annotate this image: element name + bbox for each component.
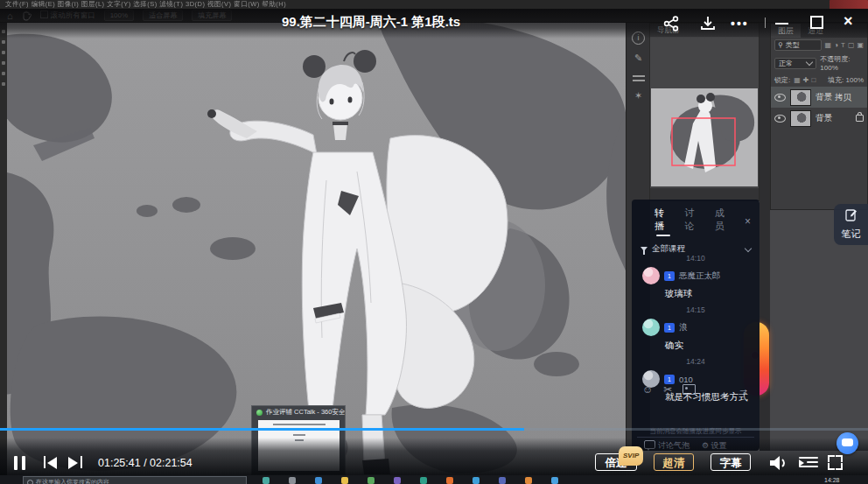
tab-relay[interactable]: 转播 bbox=[654, 207, 672, 236]
fill-control: 填充: 100% bbox=[828, 75, 864, 85]
divider bbox=[765, 18, 766, 28]
note-pencil-icon bbox=[844, 208, 858, 222]
subtitle-button[interactable]: 字幕 bbox=[710, 453, 751, 471]
taskbar-app-icon[interactable] bbox=[446, 477, 453, 484]
svip-badge: SVIP bbox=[619, 446, 643, 466]
layer-filter-icons: ▦◑T▢▣ bbox=[825, 41, 864, 49]
taskbar-app-icon[interactable] bbox=[315, 477, 322, 484]
visibility-eye-icon bbox=[774, 94, 786, 102]
popup-title: 作业评辅 CCTalk - 360安全浏... bbox=[266, 408, 345, 417]
chat-close-icon[interactable]: × bbox=[745, 215, 751, 228]
seekbar-played bbox=[0, 428, 524, 431]
navigator-footer bbox=[650, 188, 759, 200]
search-icon: ⚲ bbox=[778, 41, 783, 49]
layer-row-bg: 背景 bbox=[771, 108, 867, 129]
layer-thumbnail bbox=[790, 110, 811, 127]
image-icon[interactable] bbox=[682, 384, 696, 395]
opacity-control: 不透明度: 100% bbox=[820, 54, 864, 72]
taskbar-app-icon[interactable] bbox=[394, 477, 401, 484]
maximize-icon[interactable] bbox=[810, 16, 823, 29]
tab-discussion[interactable]: 讨论 bbox=[684, 207, 702, 236]
user-name: 浪 bbox=[679, 322, 688, 333]
send-arrow-icon[interactable]: → bbox=[738, 382, 749, 396]
chat-input-toolbar: ☺ ✂ → bbox=[632, 382, 760, 396]
taskbar-clock: 14:28 bbox=[824, 477, 840, 483]
quality-button[interactable]: 超清 bbox=[654, 453, 694, 471]
message-text: 玻璃球 bbox=[665, 288, 760, 300]
volume-icon[interactable] bbox=[768, 455, 789, 471]
chat-message: 14:101恶魔正太郎玻璃球 bbox=[632, 254, 760, 300]
notes-button-label: 笔记 bbox=[834, 228, 868, 241]
message-time: 14:24 bbox=[632, 357, 760, 366]
emoji-icon[interactable]: ☺ bbox=[642, 383, 653, 396]
share-icon[interactable] bbox=[662, 15, 680, 32]
message-time: 14:15 bbox=[632, 305, 760, 314]
video-player-window: 文件(F) 编辑(E) 图像(I) 图层(L) 文字(Y) 选择(S) 滤镜(T… bbox=[0, 0, 868, 484]
time-display: 01:25:41 / 02:21:54 bbox=[98, 457, 192, 469]
service-chat-bubble[interactable] bbox=[836, 432, 858, 454]
pause-button[interactable] bbox=[14, 456, 28, 470]
taskbar-app-icons[interactable] bbox=[262, 477, 558, 484]
chat-message: 14:151浪确实 bbox=[632, 305, 760, 352]
close-icon[interactable]: × bbox=[844, 12, 853, 31]
tab-members[interactable]: 成员 bbox=[715, 207, 732, 236]
ps-panel-background bbox=[770, 210, 868, 451]
next-button[interactable] bbox=[68, 456, 88, 470]
previous-button[interactable] bbox=[44, 456, 63, 470]
player-control-bar: 01:25:41 / 02:21:54 倍速 SVIP 超清 字幕 bbox=[0, 438, 868, 475]
taskbar-app-icon[interactable] bbox=[368, 477, 374, 484]
taskbar-app-icon[interactable] bbox=[551, 477, 558, 484]
video-title: 99.第二十四周-周六-1 第1段.ts bbox=[282, 14, 460, 31]
more-icon[interactable]: ••• bbox=[731, 17, 749, 31]
speed-button[interactable]: 倍速 SVIP bbox=[595, 453, 637, 471]
visibility-eye-icon bbox=[774, 115, 786, 123]
chat-panel: 转播 讨论 成员 × 全部课程 14:101恶魔正太郎玻璃球14:151浪确实1… bbox=[632, 200, 760, 451]
taskbar-app-icon[interactable] bbox=[289, 477, 296, 484]
lock-icon bbox=[856, 115, 864, 122]
avatar bbox=[642, 319, 660, 336]
level-badge: 1 bbox=[664, 323, 675, 333]
lock-icons: ▦✚□ bbox=[794, 76, 816, 84]
chat-tabs: 转播 讨论 成员 × bbox=[632, 200, 760, 240]
chat-message: 14:241010就是不习惯思考方式 bbox=[632, 357, 760, 403]
layer-filter-field: ⚲ 类型 bbox=[774, 39, 822, 51]
taskbar-app-icon[interactable] bbox=[341, 477, 348, 484]
minimize-icon[interactable] bbox=[775, 11, 788, 25]
taskbar-app-icon[interactable] bbox=[499, 477, 506, 484]
playlist-icon[interactable] bbox=[799, 457, 818, 469]
ps-tool-strip bbox=[0, 23, 7, 477]
adjustments-icon: ✶ bbox=[626, 90, 650, 102]
ps-navigator-panel: 导航器 bbox=[649, 23, 760, 201]
download-icon[interactable] bbox=[699, 15, 717, 32]
lock-label: 锁定: bbox=[774, 75, 790, 85]
player-title-bar: 99.第二十四周-周六-1 第1段.ts ••• × bbox=[0, 9, 868, 39]
layer-row-bg-copy: 背景 拷贝 bbox=[771, 87, 867, 108]
seek-bar[interactable] bbox=[0, 428, 868, 431]
navigator-thumbnail bbox=[651, 88, 758, 186]
message-time: 14:10 bbox=[632, 254, 760, 263]
taskbar-app-icon[interactable] bbox=[420, 477, 427, 484]
notes-button[interactable]: 笔记 bbox=[834, 204, 868, 245]
ps-layers-panel: 图层 通道 ⚲ 类型 ▦◑T▢▣ 正常 不透明度: 100% 锁定: ▦✚□ 填… bbox=[770, 23, 868, 210]
taskbar-app-icon[interactable] bbox=[262, 477, 270, 484]
taskbar-search-box[interactable]: 在这里输入你要搜索的内容 bbox=[23, 476, 247, 484]
screenshot-scissors-icon[interactable]: ✂ bbox=[663, 383, 672, 396]
taskbar-app-icon[interactable] bbox=[525, 477, 532, 484]
cctalk-green-icon bbox=[256, 410, 262, 416]
properties-icon bbox=[633, 74, 645, 82]
user-name: 恶魔正太郎 bbox=[679, 270, 721, 282]
brush-icon: ✎ bbox=[626, 53, 650, 64]
taskbar-app-icon[interactable] bbox=[472, 477, 480, 484]
avatar bbox=[642, 267, 660, 284]
level-badge: 1 bbox=[664, 271, 675, 281]
blend-mode-select: 正常 bbox=[774, 58, 816, 69]
message-text: 确实 bbox=[665, 340, 760, 352]
ps-menu-bar: 文件(F) 编辑(E) 图像(I) 图层(L) 文字(Y) 选择(S) 滤镜(T… bbox=[0, 0, 868, 9]
os-taskbar: 在这里输入你要搜索的内容 14:28 bbox=[0, 475, 868, 484]
fullscreen-icon[interactable] bbox=[828, 455, 843, 470]
layer-thumbnail bbox=[790, 89, 811, 106]
